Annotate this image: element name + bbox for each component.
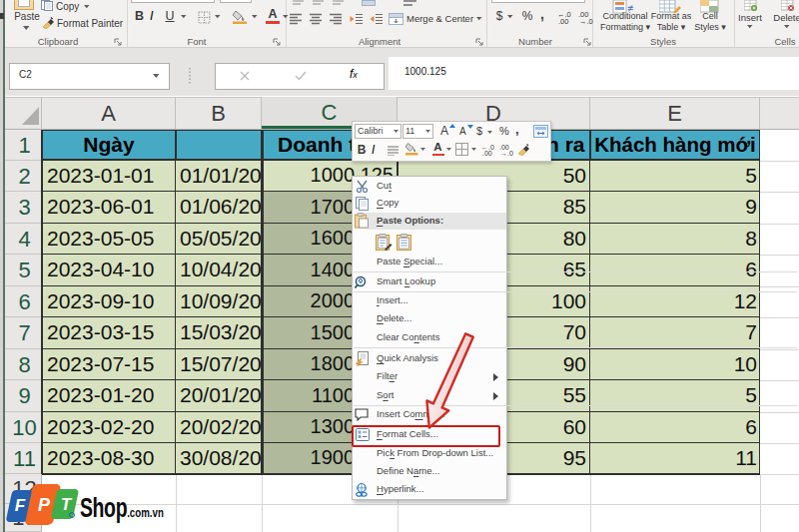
- svg-text:→.0: →.0: [500, 150, 513, 156]
- svg-text:.00: .00: [558, 17, 568, 24]
- svg-text:→.0: →.0: [579, 17, 593, 24]
- svg-text:.00: .00: [482, 150, 492, 156]
